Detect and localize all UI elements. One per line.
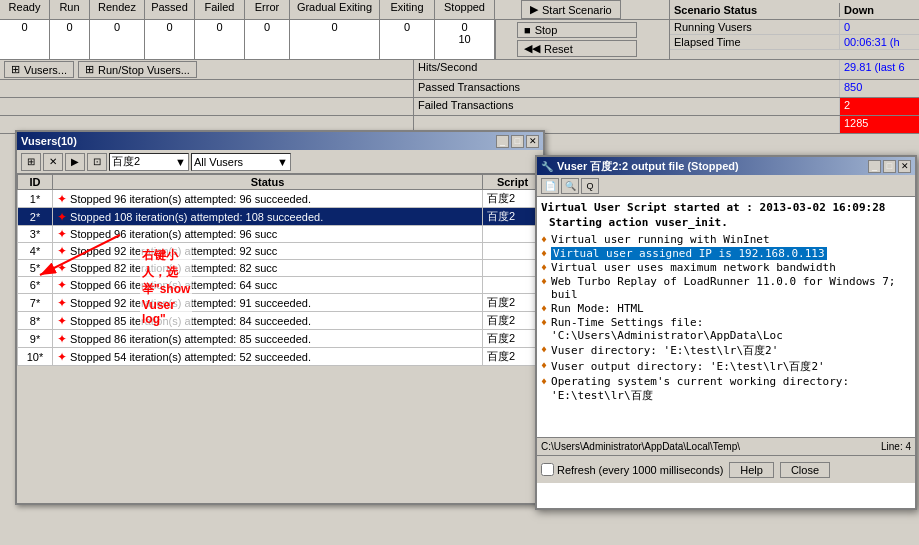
- row-id: 6*: [18, 277, 53, 294]
- table-row: 6*✦ Stopped 66 iteration(s) attempted: 6…: [18, 277, 543, 294]
- output-bottom-bar: Refresh (every 1000 milliseconds) Help C…: [537, 455, 915, 483]
- gradual-val: 0: [290, 20, 380, 59]
- close-button[interactable]: Close: [780, 462, 830, 478]
- bullet-icon: ♦: [541, 262, 547, 273]
- row-status: ✦ Stopped 82 iteration(s) attempted: 82 …: [53, 260, 483, 277]
- passed-trans-row: Passed Transactions 850: [413, 80, 919, 97]
- table-row: 10*✦ Stopped 54 iteration(s) attempted: …: [18, 348, 543, 366]
- vusers-button[interactable]: ⊞ Vusers...: [4, 61, 74, 78]
- line-text: Operating system's current working direc…: [551, 375, 911, 403]
- stopped-val: 010: [435, 20, 495, 59]
- col-headers: Ready Run Rendez Passed Failed Error Gra…: [0, 0, 919, 20]
- vusers-table-container: ID Status Script 1*✦ Stopped 96 iteratio…: [17, 174, 543, 503]
- refresh-checkbox[interactable]: [541, 463, 554, 476]
- exiting-header: Exiting: [380, 0, 435, 19]
- row-script: 百度2: [483, 208, 543, 226]
- filter-dropdown[interactable]: 百度2▼: [109, 153, 189, 171]
- toolbar-icon-2[interactable]: ✕: [43, 153, 63, 171]
- row-script: 百度2: [483, 330, 543, 348]
- table-row: 5*✦ Stopped 82 iteration(s) attempted: 8…: [18, 260, 543, 277]
- line-text: Vuser output directory: 'E:\test\lr\百度2': [551, 359, 825, 374]
- row-script: 百度2: [483, 294, 543, 312]
- row-status: ✦ Stopped 54 iteration(s) attempted: 52 …: [53, 348, 483, 366]
- output-titlebar: 🔧 Vuser 百度2:2 output file (Stopped) _ □ …: [537, 157, 915, 175]
- output-line: ♦Virtual user uses maximum network bandw…: [541, 261, 911, 274]
- output-toolbar-2[interactable]: 🔍: [561, 178, 579, 194]
- scroll-spacer: [495, 0, 513, 19]
- output-toolbar-3[interactable]: Q: [581, 178, 599, 194]
- refresh-checkbox-label[interactable]: Refresh (every 1000 milliseconds): [541, 463, 723, 476]
- output-header-text: Virtual User Script started at : 2013-03…: [541, 201, 911, 214]
- script-col-header: Script: [483, 175, 543, 190]
- top-stat-bar: Ready Run Rendez Passed Failed Error Gra…: [0, 0, 919, 60]
- output-close-btn[interactable]: ✕: [898, 160, 911, 173]
- row-script: [483, 260, 543, 277]
- close-btn[interactable]: ✕: [526, 135, 539, 148]
- id-col-header: ID: [18, 175, 53, 190]
- table-row: 4*✦ Stopped 92 iteration(s) attempted: 9…: [18, 243, 543, 260]
- second-row: ⊞ Vusers... ⊞ Run/Stop Vusers... Hits/Se…: [0, 60, 919, 80]
- all-vusers-dropdown[interactable]: All Vusers▼: [191, 153, 291, 171]
- toolbar-icon-3[interactable]: ▶: [65, 153, 85, 171]
- error-val: 0: [245, 20, 290, 59]
- col-values: 0 0 0 0 0 0 0 0 010 ■ Stop ◀◀ Reset Runn…: [0, 20, 919, 59]
- minimize-btn[interactable]: _: [496, 135, 509, 148]
- row-status: ✦ Stopped 85 iteration(s) attempted: 84 …: [53, 312, 483, 330]
- output-line: ♦Web Turbo Replay of LoadRunner 11.0.0 f…: [541, 275, 911, 301]
- maximize-btn[interactable]: □: [511, 135, 524, 148]
- passed-header: Passed: [145, 0, 195, 19]
- scenario-buttons-col: ■ Stop ◀◀ Reset: [513, 20, 669, 59]
- toolbar-icon-4[interactable]: ⊡: [87, 153, 107, 171]
- scroll-spacer2: [495, 20, 513, 59]
- vusers-toolbar: ⊞ ✕ ▶ ⊡ 百度2▼ All Vusers▼: [17, 150, 543, 174]
- output-restore-btn[interactable]: □: [883, 160, 896, 173]
- output-line: ♦Run-Time Settings file: 'C:\Users\Admin…: [541, 316, 911, 342]
- table-row: 9*✦ Stopped 86 iteration(s) attempted: 8…: [18, 330, 543, 348]
- table-row: 3*✦ Stopped 96 iteration(s) attempted: 9…: [18, 226, 543, 243]
- row-status: ✦ Stopped 108 iteration(s) attempted: 10…: [53, 208, 483, 226]
- output-minimize-btn[interactable]: _: [868, 160, 881, 173]
- bullet-icon: ♦: [541, 344, 547, 355]
- gradual-header: Gradual Exiting: [290, 0, 380, 19]
- row-id: 7*: [18, 294, 53, 312]
- bullet-icon: ♦: [541, 376, 547, 387]
- line-text: Run Mode: HTML: [551, 302, 644, 315]
- run-stop-icon: ⊞: [85, 63, 94, 76]
- output-toolbar: 📄 🔍 Q: [537, 175, 915, 197]
- row-id: 1*: [18, 190, 53, 208]
- table-row: 1*✦ Stopped 96 iteration(s) attempted: 9…: [18, 190, 543, 208]
- row-status: ✦ Stopped 66 iteration(s) attempted: 64 …: [53, 277, 483, 294]
- bullet-icon: ♦: [541, 317, 547, 328]
- toolbar-icon-1[interactable]: ⊞: [21, 153, 41, 171]
- scenario-status-values: Running Vusers 0 Elapsed Time 00:06:31 (…: [669, 20, 919, 59]
- row-id: 10*: [18, 348, 53, 366]
- output-window: 🔧 Vuser 百度2:2 output file (Stopped) _ □ …: [535, 155, 917, 510]
- run-stop-vusers-button[interactable]: ⊞ Run/Stop Vusers...: [78, 61, 197, 78]
- output-line-num: Line: 4: [881, 441, 911, 452]
- run-header: Run: [50, 0, 90, 19]
- bullet-icon: ♦: [541, 276, 547, 287]
- row-script: 百度2: [483, 348, 543, 366]
- row-status: ✦ Stopped 96 iteration(s) attempted: 96 …: [53, 226, 483, 243]
- output-path: C:\Users\Administrator\AppData\Local\Tem…: [541, 441, 740, 452]
- reset-button[interactable]: ◀◀ Reset: [517, 40, 637, 57]
- rendez-header: Rendez: [90, 0, 145, 19]
- output-subheader: Starting action vuser_init.: [541, 216, 911, 229]
- third-row: Passed Transactions 850: [0, 80, 919, 98]
- run-val: 0: [50, 20, 90, 59]
- stop-button[interactable]: ■ Stop: [517, 22, 637, 38]
- bullet-icon: ♦: [541, 303, 547, 314]
- row-id: 2*: [18, 208, 53, 226]
- line-text: Run-Time Settings file: 'C:\Users\Admini…: [551, 316, 911, 342]
- start-scenario-button[interactable]: ▶ Start Scenario: [521, 0, 621, 19]
- row-script: [483, 277, 543, 294]
- error-header: Error: [245, 0, 290, 19]
- status-spacer: Hits/Second 29.81 (last 6: [413, 60, 919, 79]
- line-text: Vuser directory: 'E:\test\lr\百度2': [551, 343, 778, 358]
- row-id: 9*: [18, 330, 53, 348]
- help-button[interactable]: Help: [729, 462, 774, 478]
- output-toolbar-1[interactable]: 📄: [541, 178, 559, 194]
- vusers-titlebar: Vusers(10) _ □ ✕: [17, 132, 543, 150]
- scenario-status-section: Scenario Status Down: [669, 0, 919, 19]
- output-footer: C:\Users\Administrator\AppData\Local\Tem…: [537, 437, 915, 455]
